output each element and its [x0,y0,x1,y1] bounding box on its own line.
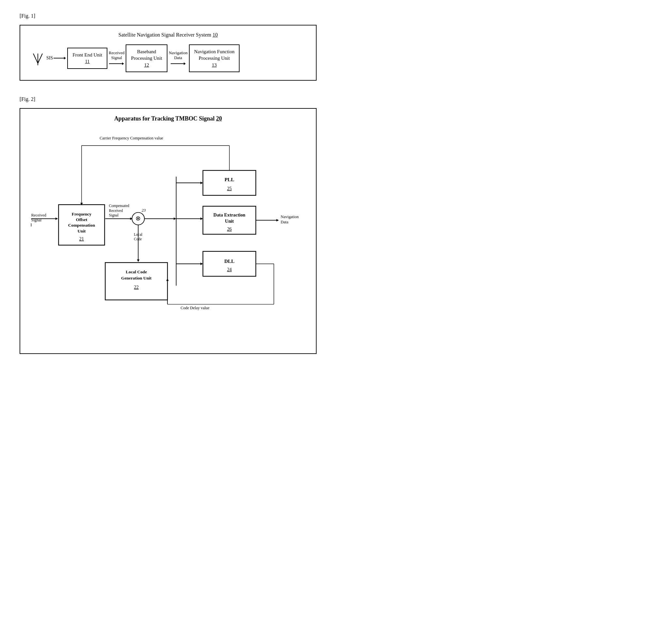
svg-text:26: 26 [227,226,232,232]
svg-marker-9 [184,62,186,65]
svg-text:Offset: Offset [76,217,88,222]
fig1-diagram: Satellite Navigation Signal Receiver Sys… [19,25,317,81]
received-signal-label: ReceivedSignal [109,50,124,60]
svg-text:Signal: Signal [109,213,118,217]
svg-marker-7 [122,62,124,65]
antenna-icon [31,51,44,65]
svg-text:Data: Data [281,220,288,224]
svg-text:Unit: Unit [77,228,86,233]
fig1-label: [Fig. 1] [19,13,317,19]
svg-text:Frequency: Frequency [72,212,92,217]
fig2-diagram: Apparatus for Tracking TMBOC Signal 20 C… [19,108,317,354]
svg-text:Local Code: Local Code [126,270,147,274]
nav-function-unit-box: Navigation FunctionProcessing Unit13 [189,44,240,72]
svg-rect-36 [105,263,167,300]
svg-text:Generation Unit: Generation Unit [121,275,151,280]
svg-text:Code: Code [134,237,141,241]
fig2-label: [Fig. 2] [19,96,317,102]
svg-rect-47 [203,171,256,195]
svg-marker-15 [56,217,58,220]
svg-text:DLL: DLL [224,258,234,264]
fig2-title: Apparatus for Tracking TMBOC Signal 20 [28,115,308,122]
svg-text:22: 22 [134,285,139,290]
svg-marker-58 [277,219,279,221]
svg-marker-5 [64,57,66,59]
svg-text:PLL: PLL [225,177,234,182]
svg-line-2 [38,54,42,63]
arrow-received-signal [109,61,124,66]
svg-text:Code Delay value: Code Delay value [180,306,210,310]
svg-text:Unit: Unit [225,218,234,224]
svg-text:24: 24 [227,267,232,272]
svg-marker-31 [174,217,176,220]
svg-line-0 [33,54,38,63]
svg-text:23: 23 [141,208,146,213]
fig2-svg: Carrier Frequency Compensation value Rec… [28,130,308,341]
svg-text:⊗: ⊗ [135,215,141,222]
front-end-unit-box: Front End Unit11 [67,48,107,69]
svg-text:Data Extraction: Data Extraction [213,212,245,217]
svg-marker-35 [137,259,140,262]
svg-text:Compensation: Compensation [68,223,95,228]
navigation-data-label: NavigationData [169,50,188,60]
arrow-sis [54,56,66,61]
arrow-nav-data [171,61,186,66]
svg-text:21: 21 [79,236,84,241]
svg-text:Compensated: Compensated [109,204,129,208]
fig1-title: Satellite Navigation Signal Receiver Sys… [28,32,308,38]
svg-text:Received: Received [31,213,47,217]
svg-text:Carrier Frequency Compensation: Carrier Frequency Compensation value [100,135,163,140]
svg-text:Received: Received [109,208,123,212]
baseband-processing-unit-box: BasebandProcessing Unit12 [126,44,167,72]
svg-text:25: 25 [227,186,232,191]
svg-text:Navigation: Navigation [281,215,299,219]
sis-label: SIS [46,56,53,61]
